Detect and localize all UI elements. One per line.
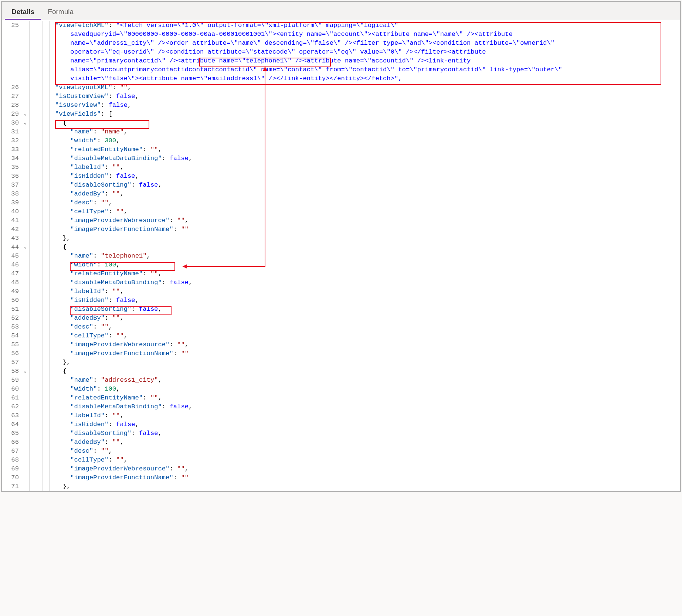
code-line[interactable]: "imageProviderFunctionName": "" [55, 473, 677, 482]
line-number: 38 [2, 190, 19, 198]
indent-guides [28, 21, 55, 491]
line-number: 61 [2, 394, 19, 402]
code-line[interactable]: "disableSorting": false, [55, 429, 677, 438]
code-line[interactable]: "viewFetchXML": "<fetch version=\"1.0\" … [55, 21, 677, 83]
line-number: 48 [2, 278, 19, 287]
fold-toggle-icon[interactable]: ⌄ [22, 243, 28, 252]
line-number: 64 [2, 420, 19, 429]
line-number: 63 [2, 411, 19, 420]
code-line[interactable]: "disableMetaDataBinding": false, [55, 154, 677, 163]
code-line[interactable]: { [55, 243, 677, 252]
line-number: 31 [2, 127, 19, 136]
code-line[interactable]: "imageProviderFunctionName": "" [55, 225, 677, 234]
code-line[interactable]: "desc": "", [55, 323, 677, 331]
code-line[interactable]: "name": "telephone1", [55, 252, 677, 261]
line-number: 47 [2, 269, 19, 278]
line-number: 50 [2, 296, 19, 305]
tab-details[interactable]: Details [5, 4, 41, 20]
line-number: 28 [2, 101, 19, 110]
line-number: 53 [2, 323, 19, 331]
code-line[interactable]: "relatedEntityName": "", [55, 394, 677, 402]
fold-toggle-icon[interactable]: ⌄ [22, 367, 28, 376]
line-number: 32 [2, 136, 19, 145]
line-number-gutter: 2526272829303132333435363738394041424344… [2, 21, 22, 491]
line-number: 25 [2, 21, 19, 83]
code-line[interactable]: "isHidden": false, [55, 172, 677, 181]
line-number: 55 [2, 340, 19, 349]
fold-toggle-icon[interactable]: ⌄ [22, 119, 28, 127]
line-number: 52 [2, 314, 19, 323]
line-number: 62 [2, 402, 19, 411]
line-number: 59 [2, 376, 19, 385]
code-line[interactable]: "viewLayoutXML": "", [55, 83, 677, 92]
code-line[interactable]: "cellType": "", [55, 456, 677, 464]
line-number: 45 [2, 252, 19, 261]
line-number: 54 [2, 331, 19, 340]
line-number: 43 [2, 234, 19, 243]
code-line[interactable]: "disableMetaDataBinding": false, [55, 278, 677, 287]
line-number: 42 [2, 225, 19, 234]
tab-formula[interactable]: Formula [41, 4, 80, 20]
code-line[interactable]: { [55, 119, 677, 127]
code-line[interactable]: "labelId": "", [55, 411, 677, 420]
line-number: 60 [2, 385, 19, 394]
code-line[interactable]: "name": "name", [55, 127, 677, 136]
code-line[interactable]: }, [55, 234, 677, 243]
line-number: 35 [2, 163, 19, 172]
line-number: 68 [2, 456, 19, 464]
code-line[interactable]: "width": 100, [55, 261, 677, 269]
code-line[interactable]: "relatedEntityName": "", [55, 145, 677, 154]
code-line[interactable]: "addedBy": "", [55, 438, 677, 447]
editor-window: Details Formula 252627282930313233343536… [1, 1, 681, 492]
code-editor[interactable]: 2526272829303132333435363738394041424344… [2, 20, 680, 491]
line-number: 46 [2, 261, 19, 269]
line-number: 57 [2, 358, 19, 367]
code-line[interactable]: "width": 300, [55, 136, 677, 145]
code-line[interactable]: "labelId": "", [55, 287, 677, 296]
line-number: 65 [2, 429, 19, 438]
code-line[interactable]: "addedBy": "", [55, 314, 677, 323]
code-line[interactable]: "addedBy": "", [55, 190, 677, 198]
code-line[interactable]: }, [55, 482, 677, 491]
code-line[interactable]: "width": 100, [55, 385, 677, 394]
fold-toggle-icon[interactable]: ⌄ [22, 110, 28, 119]
code-line[interactable]: "imageProviderWebresource": "", [55, 340, 677, 349]
line-number: 66 [2, 438, 19, 447]
line-number: 67 [2, 447, 19, 456]
code-line[interactable]: "imageProviderFunctionName": "" [55, 349, 677, 358]
code-line[interactable]: "desc": "", [55, 447, 677, 456]
line-number: 27 [2, 92, 19, 101]
code-line[interactable]: "imageProviderWebresource": "", [55, 464, 677, 473]
line-number: 26 [2, 83, 19, 92]
line-number: 56 [2, 349, 19, 358]
code-line[interactable]: "desc": "", [55, 198, 677, 207]
line-number: 70 [2, 473, 19, 482]
code-line[interactable]: "relatedEntityName": "", [55, 269, 677, 278]
code-line[interactable]: "imageProviderWebresource": "", [55, 216, 677, 225]
code-line[interactable]: }, [55, 358, 677, 367]
line-number: 49 [2, 287, 19, 296]
line-number: 71 [2, 482, 19, 491]
code-line[interactable]: "disableMetaDataBinding": false, [55, 402, 677, 411]
code-line[interactable]: "cellType": "", [55, 331, 677, 340]
line-number: 36 [2, 172, 19, 181]
code-line[interactable]: "labelId": "", [55, 163, 677, 172]
code-line[interactable]: "disableSorting": false, [55, 181, 677, 190]
line-number: 41 [2, 216, 19, 225]
line-number: 44 [2, 243, 19, 252]
code-line[interactable]: { [55, 367, 677, 376]
code-line[interactable]: "isHidden": false, [55, 296, 677, 305]
tab-bar: Details Formula [2, 2, 680, 20]
line-number: 40 [2, 207, 19, 216]
line-number: 39 [2, 198, 19, 207]
code-line[interactable]: "name": "address1_city", [55, 376, 677, 385]
code-line[interactable]: "disableSorting": false, [55, 305, 677, 314]
line-number: 30 [2, 119, 19, 127]
fold-column[interactable]: ⌄⌄⌄⌄ [22, 21, 28, 491]
code-line[interactable]: "isHidden": false, [55, 420, 677, 429]
code-line[interactable]: "isUserView": false, [55, 101, 677, 110]
code-line[interactable]: "cellType": "", [55, 207, 677, 216]
code-column[interactable]: "viewFetchXML": "<fetch version=\"1.0\" … [55, 21, 680, 491]
code-line[interactable]: "isCustomView": false, [55, 92, 677, 101]
code-line[interactable]: "viewFields": [ [55, 110, 677, 119]
